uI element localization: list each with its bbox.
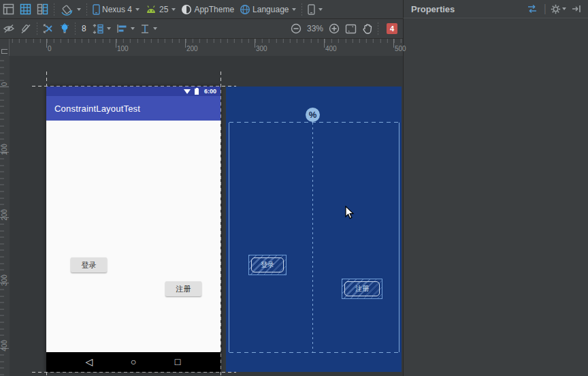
properties-panel-title: Properties [411,4,526,14]
blueprint-view-device[interactable]: % 登录 注册 [226,87,402,372]
theme-selector[interactable]: AppTheme [178,0,237,19]
status-bar: 6:00 [46,87,220,96]
show-constraints-button[interactable] [0,19,18,38]
toolbar-separator [75,22,76,35]
design-view-device[interactable]: 6:00 ConstraintLayoutTest 登录 注册 ◁ ○ □ [46,87,220,372]
design-plus-blueprint-icon [37,3,48,15]
register-button-blueprint[interactable]: 注册 [342,279,382,299]
autoconnect-button[interactable] [18,19,34,38]
chevron-down-icon [107,27,111,30]
status-time: 6:00 [204,88,216,95]
battery-icon [195,89,199,95]
design-surface[interactable]: 6:00 ConstraintLayoutTest 登录 注册 ◁ ○ □ % … [10,56,403,376]
recents-icon: □ [171,356,184,367]
back-icon: ◁ [82,356,96,367]
app-title: ConstraintLayoutTest [54,104,140,114]
device-label: Nexus 4 [102,5,132,14]
vertical-guideline-icon [140,24,150,34]
chevron-down-icon [153,27,157,30]
ruler-label: 300 [1,270,8,291]
register-button-design[interactable]: 注册 [165,281,201,296]
align-button[interactable] [114,19,137,38]
root-top-edge [229,122,399,123]
toolbar-separator [378,22,378,35]
ruler-label: 300 [256,45,267,52]
blueprint-root-layout[interactable] [229,123,399,352]
blueprint-view-button[interactable] [17,0,34,19]
error-count-badge[interactable]: 4 [387,23,397,34]
ruler-label: 100 [117,45,129,52]
navigation-bar: ◁ ○ □ [46,352,220,372]
register-button-blueprint-label: 注册 [344,281,380,296]
eye-slash-icon [3,24,15,33]
ruler-major-ticks [10,39,403,48]
fit-screen-icon [345,24,357,34]
vertical-ruler: 0 100 200 300 400 [0,56,10,376]
ruler-label: 400 [1,336,8,356]
chevron-down-icon [131,27,135,30]
guidelines-button[interactable] [137,19,160,38]
panel-settings-button[interactable] [551,4,566,14]
guideline-percent-badge[interactable]: % [306,108,320,122]
chevron-down-icon [135,8,140,11]
virtual-device-selector[interactable] [305,0,325,19]
zoom-in-button[interactable] [326,19,342,38]
chevron-down-icon [172,8,176,11]
device-selector[interactable]: Nexus 4 [90,0,142,19]
phone-device-icon [308,4,315,15]
layout-editor-window: Nexus 4 25 AppTheme [0,0,588,376]
zoom-level-value: 33% [304,24,326,33]
ruler-label: 400 [325,45,337,52]
chevron-down-icon [292,8,296,11]
api-version-selector[interactable]: 25 [142,0,178,19]
api-level-label: 25 [159,5,168,14]
swap-arrows-icon [526,4,538,14]
zoom-in-icon [329,23,340,34]
toolbar-separator [301,3,302,16]
default-margin-value[interactable]: 8 [78,24,90,33]
gear-icon [551,4,561,14]
magic-pencil-slash-icon [20,24,31,34]
ruler-label: 200 [186,45,198,52]
design-surface-icon [3,3,14,15]
locale-selector[interactable]: Language [237,0,299,19]
selection-dash-bottom [32,372,236,373]
locale-label: Language [252,5,289,14]
toolbar-separator [86,3,87,16]
design-editor-actions-toolbar: 8 [0,19,403,39]
align-left-edges-icon [116,24,127,33]
both-views-button[interactable] [34,0,51,19]
infer-constraints-button[interactable] [57,19,72,38]
layout-editor-toolbar: Nexus 4 25 AppTheme [0,0,403,19]
login-button-blueprint[interactable]: 登录 [248,255,287,275]
orientation-button[interactable] [57,0,84,19]
zoom-out-button[interactable] [288,19,304,38]
pack-selection-button[interactable] [90,19,114,38]
toolbar-separator [54,3,54,16]
ruler-label: 100 [1,140,8,160]
pan-button[interactable] [359,19,375,38]
wifi-icon [184,89,191,94]
properties-panel-body [403,18,588,376]
login-button-design[interactable]: 登录 [71,257,107,272]
vertical-guideline[interactable] [312,123,313,352]
rotate-orientation-icon [60,3,74,16]
theme-contrast-icon [181,4,192,15]
hide-panel-button[interactable] [572,5,581,13]
pack-expand-icon [93,24,103,34]
ruler-corner [0,39,10,56]
root-bottom-edge [229,352,399,353]
ruler-label: 500 [395,45,406,52]
selection-dash-right [220,72,221,376]
zoom-to-fit-button[interactable] [342,19,359,38]
blueprint-grid-icon [20,3,31,15]
zoom-out-icon [291,23,301,34]
clear-constraints-icon [43,23,54,34]
clear-all-constraints-button[interactable] [40,19,57,38]
design-view-button[interactable] [0,0,17,19]
theme-label: AppTheme [194,5,234,14]
horizontal-ruler: 0 100 200 300 400 500 [10,39,403,56]
chevron-down-icon [77,8,81,11]
toggle-layout-direction-button[interactable] [526,4,538,14]
ruler-label: 0 [48,45,52,52]
